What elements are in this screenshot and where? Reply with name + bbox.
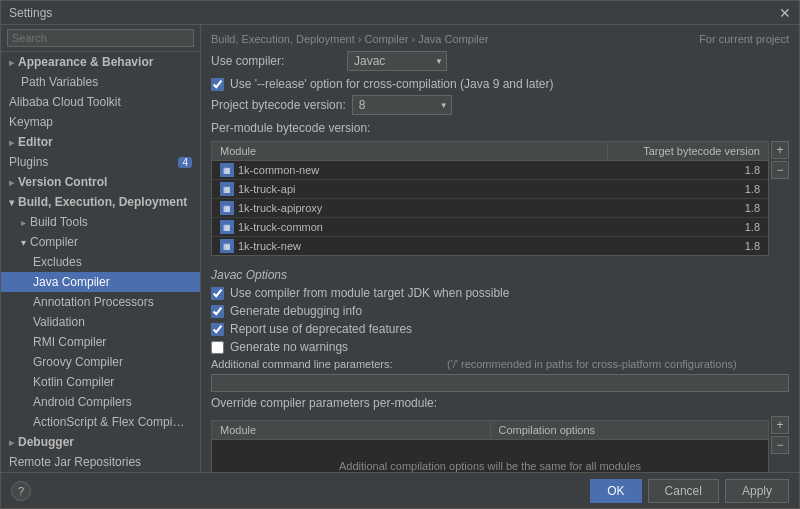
arrow-icon: ▸ [9, 437, 14, 448]
override-placeholder: Additional compilation options will be t… [212, 440, 768, 472]
sidebar-item-remote-jar[interactable]: Remote Jar Repositories [1, 452, 200, 472]
sidebar-item-android-compilers[interactable]: Android Compilers [1, 392, 200, 412]
report-deprecated-row: Report use of deprecated features [211, 322, 789, 336]
sidebar-item-validation[interactable]: Validation [1, 312, 200, 332]
bytecode-version-label: Project bytecode version: [211, 98, 346, 112]
content-area: Build, Execution, Deployment › Compiler … [201, 25, 799, 472]
override-label-row: Override compiler parameters per-module: [211, 396, 789, 410]
sidebar-item-path-variables[interactable]: Path Variables [1, 72, 200, 92]
arrow-icon: ▾ [21, 237, 26, 248]
module-icon: ▦ [220, 239, 234, 253]
version-cell: 1.8 [608, 238, 768, 254]
remove-module-button[interactable]: − [771, 161, 789, 179]
use-compiler-row: Use compiler: Javac [211, 51, 789, 71]
help-button[interactable]: ? [11, 481, 31, 501]
version-cell: 1.8 [608, 200, 768, 216]
arrow-icon: ▸ [9, 57, 14, 68]
module-cell: ▦ 1k-truck-common [212, 218, 608, 236]
sidebar-item-annotation-processors[interactable]: Annotation Processors [1, 292, 200, 312]
sidebar-item-alibaba[interactable]: Alibaba Cloud Toolkit [1, 92, 200, 112]
plugins-badge: 4 [178, 157, 192, 168]
table-row[interactable]: ▦ 1k-truck-common 1.8 [212, 218, 768, 237]
search-bar [1, 25, 200, 52]
report-deprecated-label: Report use of deprecated features [230, 322, 412, 336]
col-version: Target bytecode version [608, 142, 768, 160]
close-button[interactable]: ✕ [779, 5, 791, 21]
module-icon: ▦ [220, 201, 234, 215]
cross-compile-checkbox[interactable] [211, 78, 224, 91]
module-icon: ▦ [220, 163, 234, 177]
window-title: Settings [9, 6, 52, 20]
sidebar-item-kotlin-compiler[interactable]: Kotlin Compiler [1, 372, 200, 392]
version-cell: 1.8 [608, 162, 768, 178]
compiler-select-wrapper: Javac [347, 51, 447, 71]
javac-options-title: Javac Options [211, 268, 789, 282]
generate-debug-label: Generate debugging info [230, 304, 362, 318]
titlebar: Settings ✕ [1, 1, 799, 25]
generate-debug-row: Generate debugging info [211, 304, 789, 318]
module-table-section: Module Target bytecode version ▦ 1k-comm… [211, 141, 789, 262]
additional-params-row: Additional command line parameters: ('/'… [211, 358, 789, 370]
sidebar-item-rmi-compiler[interactable]: RMI Compiler [1, 332, 200, 352]
table-row[interactable]: ▦ 1k-common-new 1.8 [212, 161, 768, 180]
sidebar-item-debugger[interactable]: ▸ Debugger [1, 432, 200, 452]
additional-params-hint: ('/' recommended in paths for cross-plat… [447, 358, 789, 370]
sidebar-item-actionscript[interactable]: ActionScript & Flex Compi… [1, 412, 200, 432]
table-row[interactable]: ▦ 1k-truck-apiproxy 1.8 [212, 199, 768, 218]
sidebar-item-keymap[interactable]: Keymap [1, 112, 200, 132]
use-compiler-label: Use compiler: [211, 54, 341, 68]
bytecode-version-row: Project bytecode version: 8 [211, 95, 789, 115]
sidebar-item-compiler[interactable]: ▾ Compiler [1, 232, 200, 252]
module-icon: ▦ [220, 220, 234, 234]
use-compiler-module-label: Use compiler from module target JDK when… [230, 286, 509, 300]
search-input[interactable] [7, 29, 194, 47]
table-row[interactable]: ▦ 1k-truck-new 1.8 [212, 237, 768, 255]
cross-compile-label: Use '--release' option for cross-compila… [230, 77, 553, 91]
generate-debug-checkbox[interactable] [211, 305, 224, 318]
ok-button[interactable]: OK [590, 479, 641, 503]
breadcrumb: Build, Execution, Deployment › Compiler … [211, 33, 789, 45]
table-row[interactable]: ▦ 1k-truck-api 1.8 [212, 180, 768, 199]
sidebar-item-groovy-compiler[interactable]: Groovy Compiler [1, 352, 200, 372]
bytecode-version-select[interactable]: 8 [352, 95, 452, 115]
settings-window: Settings ✕ ▸ Appearance & Behavior Path … [0, 0, 800, 509]
per-module-row: Per-module bytecode version: [211, 121, 789, 135]
module-cell: ▦ 1k-common-new [212, 161, 608, 179]
version-cell: 1.8 [608, 219, 768, 235]
sidebar-item-build-tools[interactable]: ▸ Build Tools [1, 212, 200, 232]
compiler-select[interactable]: Javac [347, 51, 447, 71]
report-deprecated-checkbox[interactable] [211, 323, 224, 336]
module-cell: ▦ 1k-truck-new [212, 237, 608, 255]
sidebar-item-build-exec[interactable]: ▾ Build, Execution, Deployment [1, 192, 200, 212]
additional-params-input[interactable] [211, 374, 789, 392]
sidebar-item-java-compiler[interactable]: Java Compiler [1, 272, 200, 292]
cancel-button[interactable]: Cancel [648, 479, 719, 503]
apply-button[interactable]: Apply [725, 479, 789, 503]
remove-override-button[interactable]: − [771, 436, 789, 454]
breadcrumb-right: For current project [699, 33, 789, 45]
additional-params-label: Additional command line parameters: [211, 358, 441, 370]
sidebar-item-version-control[interactable]: ▸ Version Control [1, 172, 200, 192]
sidebar-item-appearance[interactable]: ▸ Appearance & Behavior [1, 52, 200, 72]
sidebar: ▸ Appearance & Behavior Path Variables A… [1, 25, 201, 472]
sidebar-item-excludes[interactable]: Excludes [1, 252, 200, 272]
breadcrumb-path: Build, Execution, Deployment › Compiler … [211, 33, 489, 45]
add-module-button[interactable]: + [771, 141, 789, 159]
no-warnings-checkbox[interactable] [211, 341, 224, 354]
arrow-icon: ▸ [9, 137, 14, 148]
table-side-buttons: + − [771, 141, 789, 181]
per-module-label: Per-module bytecode version: [211, 121, 370, 135]
override-table-section: Module Compilation options Additional co… [211, 416, 789, 472]
sidebar-item-plugins[interactable]: Plugins 4 [1, 152, 200, 172]
override-col-module: Module [212, 421, 491, 439]
bytecode-select-wrapper: 8 [352, 95, 452, 115]
bottom-bar: ? OK Cancel Apply [1, 472, 799, 508]
add-override-button[interactable]: + [771, 416, 789, 434]
module-icon: ▦ [220, 182, 234, 196]
col-module: Module [212, 142, 608, 160]
override-col-options: Compilation options [491, 421, 769, 439]
use-compiler-module-checkbox[interactable] [211, 287, 224, 300]
no-warnings-label: Generate no warnings [230, 340, 348, 354]
arrow-icon: ▾ [9, 197, 14, 208]
sidebar-item-editor[interactable]: ▸ Editor [1, 132, 200, 152]
